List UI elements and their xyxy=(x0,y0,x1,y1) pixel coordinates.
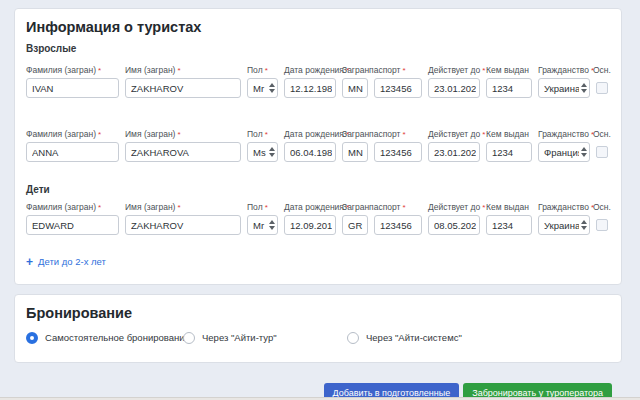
adults-heading: Взрослые xyxy=(26,43,610,54)
valid-until-input[interactable] xyxy=(428,78,480,98)
passport-label: Загранпаспорт* xyxy=(342,65,406,76)
passport-number-input[interactable] xyxy=(374,215,422,235)
name-label: Имя (загран)* xyxy=(125,129,181,140)
issued-by-input[interactable] xyxy=(486,215,532,235)
gender-select[interactable]: Mr xyxy=(247,215,278,235)
required-asterisk: * xyxy=(402,203,405,212)
child-rows: Фамилия (загран)* Имя (загран)* Пол* Дат… xyxy=(26,202,610,236)
plus-icon: + xyxy=(26,257,33,267)
main-tourist-checkbox[interactable] xyxy=(596,146,608,158)
children-heading: Дети xyxy=(26,184,610,195)
surname-label: Фамилия (загран)* xyxy=(26,65,101,76)
required-asterisk: * xyxy=(177,203,180,212)
name-input[interactable] xyxy=(125,215,241,235)
select-arrows-icon xyxy=(579,220,587,230)
adult-rows: Фамилия (загран)* Имя (загран)* Пол* Дат… xyxy=(26,65,610,163)
valid-until-input[interactable] xyxy=(428,215,480,235)
citizenship-label: Гражданство* xyxy=(538,202,594,213)
required-asterisk: * xyxy=(98,203,101,212)
required-asterisk: * xyxy=(482,203,485,212)
required-asterisk: * xyxy=(265,66,268,75)
tourist-row: Фамилия (загран)* Имя (загран)* Пол* Дат… xyxy=(26,202,610,236)
select-arrows-icon xyxy=(579,83,587,93)
select-arrows-icon xyxy=(267,147,275,157)
required-asterisk: * xyxy=(98,130,101,139)
valid-until-label: Действует до* xyxy=(428,202,485,213)
main-tourist-label: Осн. xyxy=(593,65,611,76)
radio-icon xyxy=(26,332,38,344)
citizenship-select[interactable]: Франция xyxy=(538,142,590,162)
required-asterisk: * xyxy=(177,130,180,139)
main-tourist-checkbox[interactable] xyxy=(596,219,608,231)
required-asterisk: * xyxy=(482,66,485,75)
required-asterisk: * xyxy=(482,130,485,139)
birthdate-input[interactable] xyxy=(284,215,336,235)
booking-option[interactable]: Через "Айти-системс" xyxy=(347,332,462,344)
passport-series-input[interactable] xyxy=(342,215,368,235)
issued-by-label: Кем выдан xyxy=(486,129,529,140)
radio-icon xyxy=(347,332,359,344)
add-infants-link[interactable]: + Дети до 2-х лет xyxy=(26,256,106,267)
main-tourist-checkbox[interactable] xyxy=(596,82,608,94)
page: Информация о туристах Взрослые Фамилия (… xyxy=(0,0,640,400)
issued-by-label: Кем выдан xyxy=(486,202,529,213)
gender-label: Пол* xyxy=(247,129,268,140)
tourist-card-title: Информация о туристах xyxy=(26,19,610,36)
birthdate-label: Дата рождения* xyxy=(284,129,349,140)
birthdate-label: Дата рождения* xyxy=(284,202,349,213)
booking-card: Бронирование Самостоятельное бронировани… xyxy=(14,294,622,363)
gender-label: Пол* xyxy=(247,65,268,76)
tourist-row: Фамилия (загран)* Имя (загран)* Пол* Дат… xyxy=(26,129,610,163)
valid-until-input[interactable] xyxy=(428,142,480,162)
birthdate-input[interactable] xyxy=(284,78,336,98)
passport-number-input[interactable] xyxy=(374,78,422,98)
name-label: Имя (загран)* xyxy=(125,65,181,76)
required-asterisk: * xyxy=(402,130,405,139)
gender-select[interactable]: Mr xyxy=(247,78,278,98)
tourist-row: Фамилия (загран)* Имя (загран)* Пол* Дат… xyxy=(26,65,610,99)
passport-label: Загранпаспорт* xyxy=(342,129,406,140)
issued-by-input[interactable] xyxy=(486,78,532,98)
select-arrows-icon xyxy=(267,83,275,93)
booking-options: Самостоятельное бронирование Через "Айти… xyxy=(26,332,610,344)
surname-label: Фамилия (загран)* xyxy=(26,202,101,213)
valid-until-label: Действует до* xyxy=(428,65,485,76)
main-tourist-label: Осн. xyxy=(593,202,611,213)
citizenship-label: Гражданство* xyxy=(538,129,594,140)
name-label: Имя (загран)* xyxy=(125,202,181,213)
surname-input[interactable] xyxy=(26,215,119,235)
gender-select[interactable]: Ms xyxy=(247,142,278,162)
required-asterisk: * xyxy=(98,66,101,75)
gender-label: Пол* xyxy=(247,202,268,213)
required-asterisk: * xyxy=(402,66,405,75)
surname-input[interactable] xyxy=(26,78,119,98)
booking-card-title: Бронирование xyxy=(26,305,610,322)
required-asterisk: * xyxy=(177,66,180,75)
passport-series-input[interactable] xyxy=(342,78,368,98)
tourist-info-card: Информация о туристах Взрослые Фамилия (… xyxy=(14,8,622,285)
required-asterisk: * xyxy=(265,130,268,139)
passport-series-input[interactable] xyxy=(342,142,368,162)
name-input[interactable] xyxy=(125,142,241,162)
birthdate-input[interactable] xyxy=(284,142,336,162)
select-arrows-icon xyxy=(267,220,275,230)
surname-label: Фамилия (загран)* xyxy=(26,129,101,140)
select-arrows-icon xyxy=(579,147,587,157)
citizenship-select[interactable]: Украина xyxy=(538,78,590,98)
birthdate-label: Дата рождения* xyxy=(284,65,349,76)
required-asterisk: * xyxy=(265,203,268,212)
issued-by-input[interactable] xyxy=(486,142,532,162)
radio-icon xyxy=(183,332,195,344)
citizenship-label: Гражданство* xyxy=(538,65,594,76)
add-infants-link-label: Дети до 2-х лет xyxy=(38,256,106,267)
passport-number-input[interactable] xyxy=(374,142,422,162)
valid-until-label: Действует до* xyxy=(428,129,485,140)
issued-by-label: Кем выдан xyxy=(486,65,529,76)
main-tourist-label: Осн. xyxy=(593,129,611,140)
booking-option[interactable]: Самостоятельное бронирование xyxy=(26,332,183,344)
name-input[interactable] xyxy=(125,78,241,98)
passport-label: Загранпаспорт* xyxy=(342,202,406,213)
booking-option[interactable]: Через "Айти-тур" xyxy=(183,332,347,344)
citizenship-select[interactable]: Украина xyxy=(538,215,590,235)
surname-input[interactable] xyxy=(26,142,119,162)
